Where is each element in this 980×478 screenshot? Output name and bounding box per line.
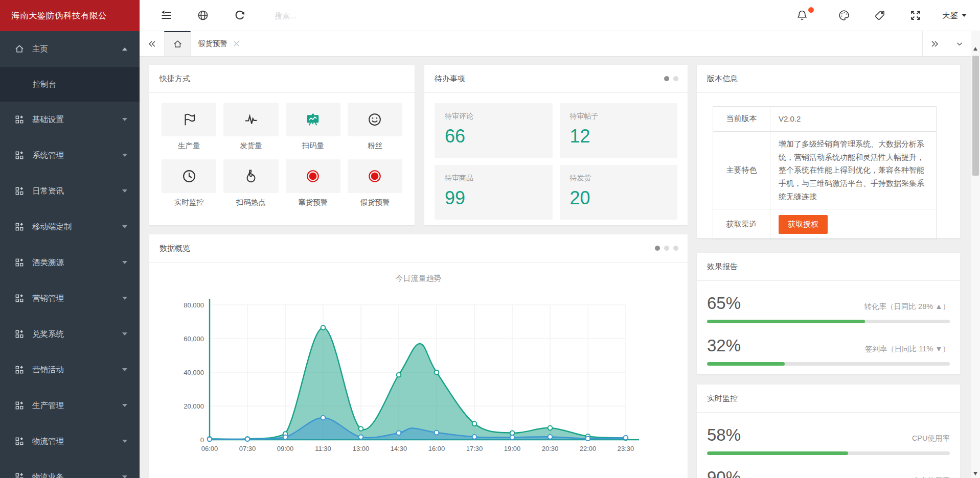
tab-close-icon[interactable] [234, 41, 239, 46]
shortcut-label: 扫码热点 [223, 198, 278, 207]
smile-icon [348, 103, 402, 136]
sidebar-item-marketing-mgmt[interactable]: 营销管理 [0, 280, 140, 316]
shortcut-shipment-volume[interactable]: 发货量 [223, 103, 278, 151]
globe-icon[interactable] [197, 9, 209, 21]
svg-text:0: 0 [200, 436, 204, 444]
stat-card-pending-shipment[interactable]: 待发货20 [560, 165, 678, 220]
tab-fake-alert[interactable]: 假货预警 [191, 31, 246, 56]
search-input[interactable] [275, 11, 402, 20]
metric-row-memory-usage: 90%内存使用率 [697, 468, 960, 478]
svg-text:60,000: 60,000 [184, 335, 204, 343]
svg-text:23:30: 23:30 [618, 445, 634, 452]
sidebar-item-label: 日常资讯 [32, 186, 64, 197]
panel-title: 版本信息 [697, 65, 960, 93]
version-panel: 版本信息 当前版本V2.0.2主要特色增加了多级经销商管理系统、大数据分析系统，… [697, 65, 960, 238]
theme-palette-icon[interactable] [838, 9, 850, 21]
panel-title: 效果报告 [697, 253, 960, 281]
scrollbar-thumb[interactable] [972, 56, 979, 176]
sidebar-item-label: 系统管理 [32, 150, 64, 161]
stat-label: 待审帖子 [570, 112, 668, 121]
sidebar-item-label: 主页 [32, 44, 48, 55]
grid-icon [14, 472, 25, 478]
shortcut-scan-hotspot[interactable]: 扫码热点 [223, 159, 278, 207]
company-name: 海南天鉴防伪科技有限公 [11, 10, 107, 21]
shortcut-fake-alert[interactable]: 假货预警 [348, 159, 402, 207]
scroll-up-arrow-icon[interactable] [973, 47, 977, 51]
shortcut-production-volume[interactable]: 生产量 [162, 103, 216, 151]
sidebar-item-logistics-business[interactable]: 物流业务 [0, 459, 140, 478]
tabs-scroll-left-button[interactable] [140, 31, 164, 56]
sidebar-item-basic-settings[interactable]: 基础设置 [0, 102, 140, 137]
grid-icon [14, 436, 25, 446]
stat-card-pending-posts[interactable]: 待审帖子12 [560, 103, 678, 158]
grid-icon [14, 400, 25, 411]
metric-label: 内存使用率 [913, 476, 950, 478]
version-row: 获取渠道获取授权 [713, 209, 937, 240]
sidebar-item-logistics-mgmt[interactable]: 物流管理 [0, 423, 140, 459]
sidebar-item-label: 物流业务 [32, 472, 64, 478]
scroll-down-arrow-icon[interactable] [973, 472, 977, 475]
svg-text:11:30: 11:30 [315, 445, 331, 452]
stat-card-pending-comments[interactable]: 待审评论66 [435, 103, 553, 158]
metric-row-cpu-usage: 58%CPU使用率 [697, 425, 960, 455]
todo-carousel-dot-1[interactable] [664, 76, 669, 81]
svg-text:09:00: 09:00 [277, 445, 294, 452]
progress-bar [707, 320, 950, 323]
sidebar-item-wine-trace[interactable]: 酒类溯源 [0, 245, 140, 280]
tabs-dropdown-button[interactable] [947, 31, 971, 56]
refresh-icon[interactable] [234, 9, 246, 21]
sidebar: 主页控制台基础设置系统管理日常资讯移动端定制酒类溯源营销管理兑奖系统营销活动生产… [0, 31, 140, 478]
todo-panel: 待办事项 待审评论66待审帖子12待审商品99待发货20 [424, 65, 688, 225]
grid-icon [14, 186, 25, 196]
overview-carousel-dot-1[interactable] [655, 246, 660, 251]
stat-value: 12 [570, 126, 668, 147]
sidebar-item-label: 营销管理 [32, 293, 64, 304]
svg-text:06:00: 06:00 [201, 445, 218, 452]
overview-carousel-dot-2[interactable] [664, 246, 669, 251]
shortcut-realtime-monitor[interactable]: 实时监控 [162, 159, 216, 207]
chevron-down-icon [122, 118, 127, 121]
sidebar-item-console[interactable]: 控制台 [0, 67, 140, 102]
overview-carousel-dot-3[interactable] [673, 246, 678, 251]
version-row-value: 增加了多级经销商管理系统、大数据分析系统，营销活动系统功能和灵活性大幅提升，整个… [770, 131, 937, 209]
chevron-down-icon [122, 261, 127, 264]
sidebar-item-mobile-custom[interactable]: 移动端定制 [0, 209, 140, 245]
svg-text:20,000: 20,000 [184, 402, 204, 410]
stat-card-pending-goods[interactable]: 待审商品99 [435, 165, 553, 220]
sidebar-item-home[interactable]: 主页 [0, 31, 140, 67]
menu-fold-icon[interactable] [160, 9, 172, 21]
progress-fill [707, 451, 848, 455]
tabs-scroll-right-button[interactable] [922, 31, 947, 56]
shortcut-label: 生产量 [162, 141, 216, 151]
metric-label: 签到率（日同比 11% ▼） [865, 344, 950, 354]
user-menu[interactable]: 天鉴 [942, 10, 967, 21]
shortcuts-panel: 快捷方式 生产量发货量扫码量粉丝实时监控扫码热点窜货预警假货预警 [149, 65, 415, 225]
reddot-icon [286, 159, 340, 193]
vertical-scrollbar[interactable] [971, 31, 980, 478]
tab-bar: 假货预警 [140, 31, 971, 57]
chevron-down-icon [122, 404, 127, 407]
sidebar-item-label: 移动端定制 [32, 222, 72, 232]
stat-label: 待审评论 [445, 112, 542, 121]
tab-label: 假货预警 [198, 39, 227, 49]
sidebar-item-daily-news[interactable]: 日常资讯 [0, 173, 140, 209]
sidebar-item-production-mgmt[interactable]: 生产管理 [0, 388, 140, 423]
svg-text:20:30: 20:30 [542, 445, 559, 452]
progress-bar [707, 362, 950, 366]
get-license-button[interactable]: 获取授权 [779, 215, 828, 234]
tag-icon[interactable] [874, 9, 886, 21]
stat-value: 99 [445, 187, 542, 209]
fullscreen-icon[interactable] [909, 9, 922, 21]
shortcut-scan-volume[interactable]: 扫码量 [286, 103, 340, 151]
todo-carousel-dot-2[interactable] [673, 76, 678, 81]
shortcut-diversion-alert[interactable]: 窜货预警 [286, 159, 340, 207]
chevron-down-icon [122, 154, 127, 157]
sidebar-item-redeem-system[interactable]: 兑奖系统 [0, 316, 140, 352]
notifications-bell-icon[interactable] [796, 9, 808, 21]
shortcut-fans[interactable]: 粉丝 [348, 103, 402, 151]
sidebar-item-system-mgmt[interactable]: 系统管理 [0, 137, 140, 173]
svg-text:13:00: 13:00 [353, 445, 370, 452]
tab-home[interactable] [164, 31, 191, 56]
sidebar-item-marketing-activity[interactable]: 营销活动 [0, 352, 140, 388]
notification-dot [808, 7, 814, 13]
